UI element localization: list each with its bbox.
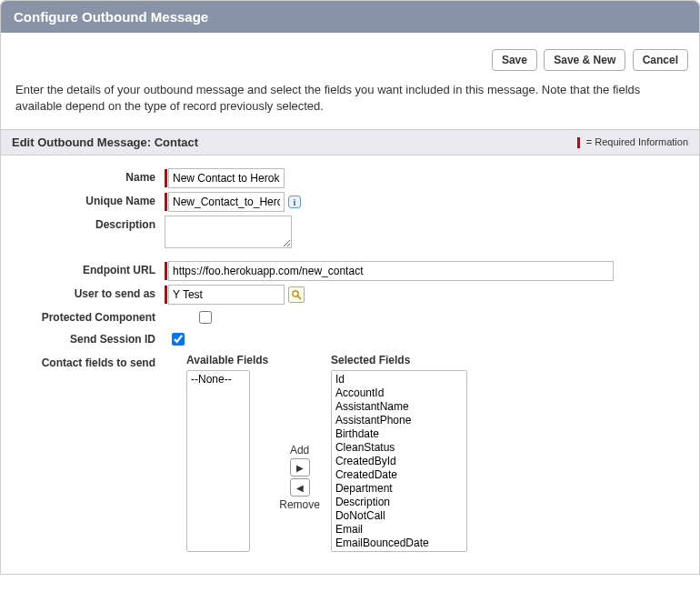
label-send-session-id: Send Session ID	[15, 330, 165, 346]
protected-component-checkbox[interactable]	[199, 311, 212, 324]
list-item[interactable]: AccountId	[334, 386, 465, 400]
send-session-id-checkbox[interactable]	[172, 333, 185, 346]
svg-point-0	[293, 291, 298, 296]
description-textarea[interactable]	[165, 216, 292, 248]
label-user-to-send-as: User to send as	[15, 285, 165, 300]
page-container: Configure Outbound Message Save Save & N…	[0, 0, 700, 575]
svg-line-1	[298, 296, 302, 300]
save-button[interactable]: Save	[492, 49, 537, 71]
list-item[interactable]: Department	[334, 482, 465, 496]
endpoint-url-input[interactable]	[168, 261, 614, 281]
add-label: Add	[290, 444, 309, 457]
remove-button[interactable]: ◀	[290, 478, 310, 497]
list-item[interactable]: CreatedById	[334, 455, 465, 468]
list-item[interactable]: EmailBouncedReason	[334, 550, 465, 552]
page-title-bar: Configure Outbound Message	[1, 1, 699, 33]
list-item[interactable]: DoNotCall	[334, 509, 465, 523]
unique-name-input[interactable]	[168, 192, 285, 212]
label-endpoint-url: Endpoint URL	[15, 261, 165, 276]
list-item[interactable]: CreatedDate	[334, 468, 465, 482]
list-item[interactable]: Email	[334, 523, 465, 537]
required-mark-icon	[165, 286, 167, 304]
save-and-new-button[interactable]: Save & New	[544, 49, 625, 71]
list-item[interactable]: Description	[334, 496, 465, 509]
list-item[interactable]: EmailBouncedDate	[334, 537, 465, 550]
add-button[interactable]: ▶	[290, 458, 310, 477]
label-fields-to-send: Contact fields to send	[15, 354, 165, 369]
intro-text: Enter the details of your outbound messa…	[1, 78, 699, 129]
form-body: Name Unique Name i Description Endpoint …	[1, 156, 699, 574]
remove-label: Remove	[279, 498, 320, 511]
available-fields-heading: Available Fields	[186, 354, 268, 366]
info-icon[interactable]: i	[288, 196, 301, 208]
name-input[interactable]	[168, 168, 285, 188]
available-fields-listbox[interactable]: --None--	[186, 370, 250, 552]
page-title: Configure Outbound Message	[14, 9, 208, 25]
required-mark-icon	[165, 262, 167, 280]
action-button-row: Save Save & New Cancel	[1, 33, 699, 78]
lookup-icon[interactable]	[288, 286, 305, 303]
section-title: Edit Outbound Message: Contact	[12, 135, 198, 149]
label-name: Name	[15, 168, 165, 184]
section-header: Edit Outbound Message: Contact = Require…	[1, 129, 699, 156]
selected-fields-heading: Selected Fields	[331, 354, 467, 366]
required-mark-icon	[165, 193, 167, 211]
triangle-right-icon: ▶	[296, 463, 304, 473]
cancel-button[interactable]: Cancel	[633, 49, 688, 71]
list-item[interactable]: AssistantName	[334, 400, 465, 414]
label-protected-component: Protected Component	[15, 308, 165, 324]
required-indicator-icon	[577, 137, 580, 148]
required-mark-icon	[165, 169, 167, 187]
required-info-legend: = Required Information	[577, 136, 688, 148]
list-item[interactable]: Id	[334, 373, 465, 386]
list-item[interactable]: --None--	[189, 373, 247, 386]
list-item[interactable]: Birthdate	[334, 427, 465, 441]
selected-fields-listbox[interactable]: IdAccountIdAssistantNameAssistantPhoneBi…	[331, 370, 467, 552]
list-item[interactable]: CleanStatus	[334, 441, 465, 455]
label-unique-name: Unique Name	[15, 192, 165, 207]
user-to-send-as-input[interactable]	[168, 285, 285, 305]
triangle-left-icon: ◀	[296, 483, 304, 493]
label-description: Description	[15, 216, 165, 231]
list-item[interactable]: AssistantPhone	[334, 414, 465, 427]
required-info-text: = Required Information	[586, 136, 688, 147]
